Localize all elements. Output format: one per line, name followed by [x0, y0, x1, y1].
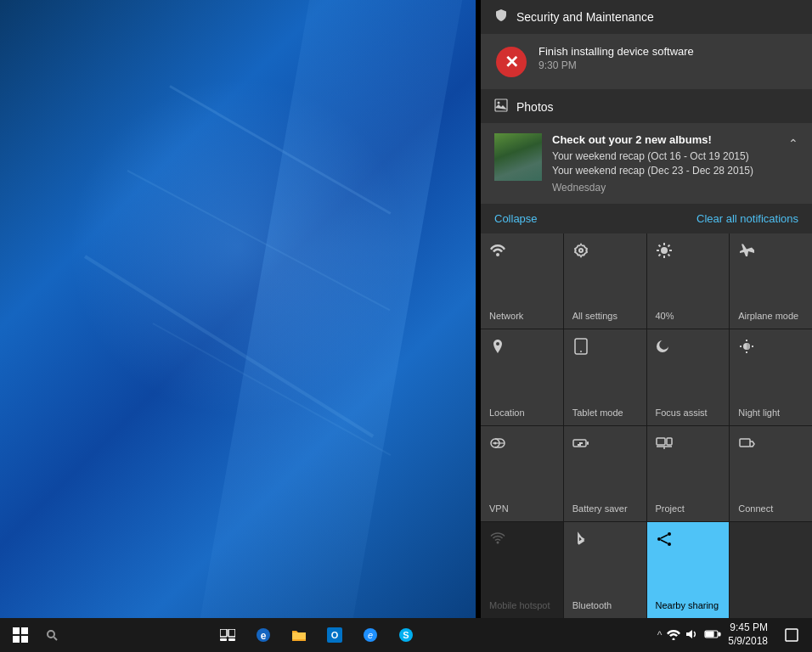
svg-rect-55 [719, 632, 720, 636]
taskbar-left: e O e S [0, 618, 423, 652]
brightness-icon [656, 242, 673, 263]
photos-icon [494, 98, 508, 115]
svg-rect-35 [13, 627, 20, 634]
tile-focus-label: Focus assist [656, 408, 708, 419]
desktop [0, 0, 476, 618]
security-title: Security and Maintenance [516, 10, 654, 24]
svg-point-1 [498, 102, 500, 104]
app-file-explorer[interactable] [282, 618, 316, 652]
bluetooth-icon [572, 531, 589, 552]
svg-line-34 [661, 540, 668, 543]
battery-icon [572, 435, 589, 456]
hotspot-icon [489, 531, 506, 552]
taskbar-right: ^ [657, 618, 812, 652]
tile-all-settings[interactable]: All settings [564, 233, 646, 329]
svg-point-13 [580, 351, 582, 352]
tile-project[interactable]: Project [647, 426, 730, 522]
tile-bluetooth-label: Bluetooth [572, 600, 612, 611]
svg-rect-41 [220, 629, 227, 637]
tile-brightness[interactable]: 40% [647, 233, 730, 329]
tile-network-label: Network [489, 311, 523, 322]
app-skype[interactable]: S [389, 618, 423, 652]
tile-connect-label: Connect [738, 503, 773, 514]
tile-airplane-label: Airplane mode [738, 311, 798, 322]
tile-nightlight-label: Night light [738, 408, 780, 419]
tile-night-light[interactable]: Night light [730, 329, 812, 425]
app-ie[interactable]: e [353, 618, 387, 652]
notification-content: Finish installing device software 9:30 P… [539, 45, 694, 71]
svg-point-30 [668, 532, 671, 536]
collapse-button[interactable]: Collapse [494, 212, 538, 225]
tile-tablet-mode[interactable]: Tablet mode [564, 329, 646, 425]
quick-actions-grid: Network All settings [481, 233, 812, 618]
tile-hotspot-label: Mobile hotspot [489, 600, 550, 611]
svg-line-8 [658, 244, 660, 246]
svg-rect-57 [786, 629, 798, 641]
vpn-icon [489, 435, 506, 456]
tile-project-label: Project [656, 503, 685, 514]
photos-notification[interactable]: Check out your 2 new albums! Your weeken… [481, 123, 812, 204]
moon-icon [656, 338, 673, 359]
tile-bluetooth[interactable]: Bluetooth [564, 522, 646, 618]
svg-text:e: e [261, 630, 267, 642]
tile-brightness-label: 40% [656, 311, 674, 322]
svg-line-9 [668, 254, 669, 256]
svg-point-29 [497, 542, 499, 544]
photos-body1: Your weekend recap (Oct 16 - Oct 19 2015… [552, 149, 753, 164]
tray-chevron[interactable]: ^ [657, 629, 663, 641]
photos-body2: Your weekend recap (Dec 23 - Dec 28 2015… [552, 164, 753, 178]
svg-rect-23 [587, 441, 589, 445]
actions-bar: Collapse Clear all notifications [481, 204, 812, 233]
connect-icon [738, 435, 755, 456]
clock-time: 9:45 PM [728, 621, 768, 635]
svg-line-11 [658, 254, 660, 256]
tray-network-icon[interactable] [667, 628, 680, 643]
svg-point-53 [673, 638, 675, 640]
svg-line-10 [668, 244, 669, 246]
action-center: Security and Maintenance ✕ Finish instal… [481, 0, 812, 618]
tile-location-label: Location [489, 408, 525, 419]
taskbar: e O e S [0, 618, 812, 652]
tile-tablet-label: Tablet mode [572, 408, 623, 419]
svg-text:S: S [403, 630, 409, 640]
tablet-icon [572, 338, 589, 359]
svg-rect-56 [706, 632, 713, 637]
svg-text:O: O [331, 630, 339, 640]
tile-mobile-hotspot[interactable]: Mobile hotspot [481, 522, 563, 618]
device-software-notification[interactable]: ✕ Finish installing device software 9:30… [481, 35, 812, 90]
tile-focus-assist[interactable]: Focus assist [647, 329, 730, 425]
start-button[interactable] [3, 618, 37, 652]
photos-title: Photos [516, 100, 554, 114]
chevron-up-icon[interactable]: ⌃ [788, 137, 798, 150]
tile-connect[interactable]: Connect [730, 426, 812, 522]
tile-nearby-label: Nearby sharing [656, 600, 719, 611]
tile-battery-label: Battery saver [572, 503, 628, 514]
svg-point-39 [48, 631, 54, 638]
tray-icons: ^ [657, 628, 722, 643]
svg-rect-24 [657, 438, 665, 445]
clear-all-button[interactable]: Clear all notifications [696, 212, 798, 225]
svg-rect-0 [495, 99, 507, 111]
location-icon [489, 338, 506, 359]
search-button[interactable] [39, 618, 209, 652]
notification-center-button[interactable] [778, 618, 805, 652]
app-outlook[interactable]: O [318, 618, 352, 652]
app-edge-chromium[interactable]: e [246, 618, 280, 652]
clock-date: 5/9/2018 [728, 635, 768, 649]
tile-location[interactable]: Location [481, 329, 563, 425]
airplane-icon [738, 242, 755, 263]
tile-nearby-sharing[interactable]: Nearby sharing [647, 522, 730, 618]
tray-volume-icon[interactable] [685, 628, 699, 643]
security-maintenance-header: Security and Maintenance [481, 0, 812, 35]
tile-battery-saver[interactable]: Battery saver [564, 426, 646, 522]
clock[interactable]: 9:45 PM 5/9/2018 [728, 621, 771, 648]
tile-airplane-mode[interactable]: Airplane mode [730, 233, 812, 329]
error-icon: ✕ [496, 47, 527, 77]
tile-vpn[interactable]: VPN [481, 426, 563, 522]
task-view-button[interactable] [211, 618, 245, 652]
svg-point-21 [494, 441, 497, 444]
tile-network[interactable]: Network [481, 233, 563, 329]
tray-battery-icon[interactable] [704, 628, 721, 642]
svg-rect-43 [220, 638, 227, 641]
tile-empty [730, 522, 812, 618]
